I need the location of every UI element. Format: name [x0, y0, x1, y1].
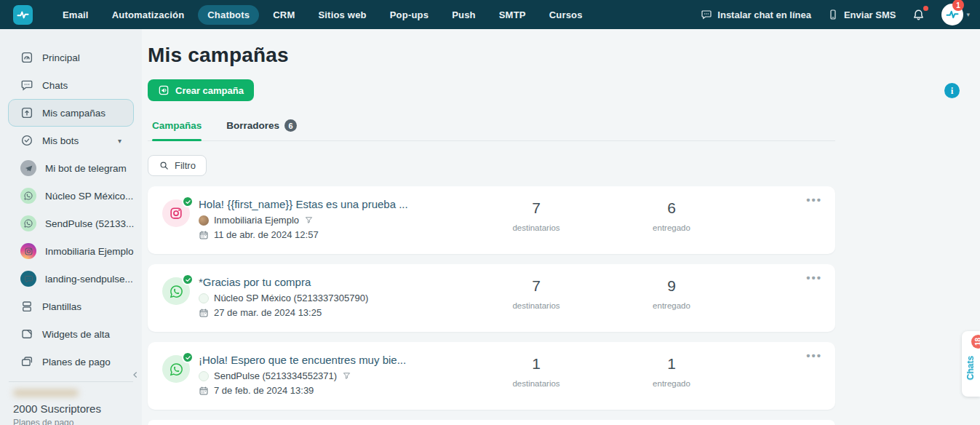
sidebar-item-widgets[interactable]: Widgets de alta [8, 320, 134, 348]
delivered-stat: 9 entregado [617, 277, 726, 310]
nav-crm[interactable]: CRM [263, 5, 304, 25]
nav-automatizacion[interactable]: Automatización [103, 5, 194, 25]
widget-icon [20, 327, 33, 341]
nav-popups[interactable]: Pop-ups [381, 5, 438, 25]
campaign-date: 11 de abr. de 2024 12:57 [199, 229, 408, 240]
topbar-actions: Instalar chat en línea Enviar SMS 1 ▾ [701, 4, 970, 25]
delivered-label: entregado [617, 301, 726, 310]
sidebar-item-principal[interactable]: Principal [8, 44, 134, 71]
filter-label: Filtro [175, 160, 196, 171]
card-menu-button[interactable]: ••• [806, 349, 822, 362]
send-sms-button[interactable]: Enviar SMS [827, 9, 896, 20]
delivered-value: 6 [617, 199, 726, 217]
sender-avatar [199, 371, 209, 381]
sent-check-icon [182, 351, 194, 363]
campaign-date: 7 de feb. de 2024 13:39 [199, 385, 406, 396]
funnel-icon [304, 215, 314, 225]
sendpulse-logo[interactable] [13, 5, 33, 25]
sender-name: SendPulse (5213334552371) [214, 370, 337, 381]
filter-button[interactable]: Filtro [148, 155, 207, 176]
recipients-value: 7 [482, 199, 591, 217]
campaign-title[interactable]: *Gracias por tu compra [199, 276, 368, 288]
sidebar-item-label: Chats [42, 80, 68, 91]
top-navigation-bar: Email Automatización Chatbots CRM Sitios… [0, 0, 980, 29]
notification-dot [923, 6, 928, 11]
install-chat-button[interactable]: Instalar chat en línea [701, 9, 811, 20]
page-title: Mis campañas [148, 44, 980, 67]
chats-side-label: Chats [965, 356, 976, 380]
chevron-left-icon [130, 370, 140, 380]
sidebar-bot-telegram[interactable]: Mi bot de telegram [8, 154, 134, 182]
channel-avatar [162, 355, 190, 383]
sidebar-bot-inmobiliaria[interactable]: Inmobiliaria Ejemplo [8, 237, 134, 265]
campaign-card[interactable]: ¡Hola! Espero que te encuentres muy bie.… [148, 342, 835, 410]
nav-chatbots[interactable]: Chatbots [198, 5, 259, 25]
payment-cards-icon [20, 355, 33, 368]
chevron-down-icon: ▾ [966, 11, 970, 18]
payment-plans-link[interactable]: Planes de pago [13, 418, 130, 425]
chats-side-tab[interactable]: 18 Chats [962, 331, 980, 397]
chevron-down-icon[interactable]: ▾ [118, 137, 121, 145]
primary-nav: Email Automatización Chatbots CRM Sitios… [53, 5, 592, 25]
sidebar-item-mis-bots[interactable]: Mis bots ▾ [8, 127, 134, 154]
blurred-account-name [13, 389, 79, 397]
sidebar-item-label: Widgets de alta [42, 329, 110, 340]
install-chat-label: Instalar chat en línea [717, 9, 811, 20]
campaign-tabs: Campañas Borradores 6 [148, 119, 835, 141]
sidebar-bot-landing[interactable]: landing-sendpulse... [8, 265, 134, 293]
whatsapp-bot-avatar [20, 188, 36, 204]
info-icon[interactable]: i [944, 83, 960, 98]
nav-email[interactable]: Email [53, 5, 98, 25]
calendar-icon [199, 230, 209, 240]
create-campaign-button[interactable]: Crear campaña [148, 79, 254, 101]
recipients-stat: 7 destinatarios [482, 199, 591, 232]
tab-campanas[interactable]: Campañas [152, 120, 202, 140]
telegram-bot-avatar [20, 160, 36, 176]
telegram-icon [24, 164, 33, 173]
sidebar-bot-nucleo[interactable]: Núcleo SP México... [8, 182, 134, 210]
campaign-icon [20, 106, 33, 119]
chats-unread-badge: 18 [971, 335, 980, 349]
sidebar-item-label: Plantillas [42, 301, 81, 312]
sender-name: Inmobiliaria Ejemplo [214, 215, 299, 226]
recipients-value: 7 [482, 277, 591, 295]
recipients-label: destinatarios [482, 379, 591, 388]
delivered-label: entregado [617, 379, 726, 388]
nav-sitios-web[interactable]: Sitios web [308, 5, 375, 25]
account-menu[interactable]: 1 ▾ [941, 4, 970, 25]
campaign-title[interactable]: Hola! {{first_name}} Estas es una prueba… [199, 198, 408, 210]
sidebar-item-chats[interactable]: Chats [8, 71, 134, 99]
chat-bubble-icon [701, 9, 712, 20]
sent-check-icon [182, 274, 194, 285]
sidebar-item-mis-campanas[interactable]: Mis campañas [8, 99, 134, 127]
sidebar-bot-sendpulse[interactable]: SendPulse (52133... [8, 210, 134, 237]
tab-label: Campañas [152, 120, 202, 131]
nav-cursos[interactable]: Cursos [540, 5, 592, 25]
channel-avatar [162, 199, 190, 227]
date-text: 11 de abr. de 2024 12:57 [214, 229, 319, 240]
campaign-card[interactable]: Hola! {{first_name}} Estas es una prueba… [148, 186, 835, 254]
send-sms-label: Enviar SMS [844, 9, 896, 20]
sender-avatar [199, 293, 209, 303]
sidebar-item-planes-de-pago[interactable]: Planes de pago [8, 348, 134, 376]
sidebar-collapse-button[interactable] [130, 370, 140, 380]
sidebar: Principal Chats Mis campañas Mis bots ▾ … [0, 29, 142, 425]
sidebar-footer: 2000 Suscriptores Planes de pago [0, 382, 142, 425]
notifications-button[interactable] [912, 8, 925, 22]
campaign-card-partial[interactable] [148, 420, 835, 425]
subscribers-count: 2000 Suscriptores [13, 402, 130, 415]
sender-avatar [199, 215, 209, 226]
card-menu-button[interactable]: ••• [806, 271, 822, 284]
chat-icon [20, 79, 33, 92]
tab-label: Borradores [226, 120, 279, 131]
sidebar-item-plantillas[interactable]: Plantillas [8, 293, 134, 320]
nav-smtp[interactable]: SMTP [490, 5, 535, 25]
tab-borradores[interactable]: Borradores 6 [226, 119, 297, 140]
card-menu-button[interactable]: ••• [806, 194, 822, 206]
create-campaign-label: Crear campaña [175, 85, 244, 96]
nav-push[interactable]: Push [442, 5, 485, 25]
campaign-title[interactable]: ¡Hola! Espero que te encuentres muy bie.… [199, 354, 406, 366]
campaign-card[interactable]: *Gracias por tu compra Núcleo SP México … [148, 264, 835, 332]
dashboard-icon [20, 51, 33, 64]
calendar-icon [199, 386, 209, 396]
